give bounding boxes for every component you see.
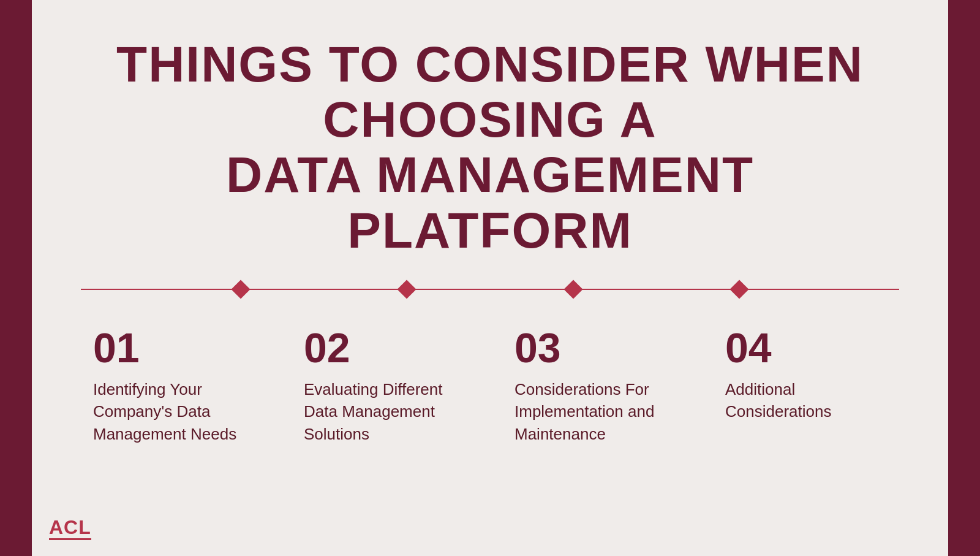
divider-line-3	[413, 289, 567, 290]
card-text-1: Identifying Your Company's Data Manageme…	[93, 378, 255, 445]
diamond-1	[232, 280, 251, 299]
sidebar-right	[948, 0, 980, 556]
diamond-3	[564, 280, 582, 299]
card-number-2: 02	[304, 327, 466, 368]
divider-row	[32, 283, 948, 296]
card-4: 04Additional Considerations	[701, 308, 911, 556]
title-section: THINGS TO CONSIDER WHEN CHOOSING A DATA …	[32, 0, 948, 283]
divider-line-4	[579, 289, 733, 290]
card-text-3: Considerations For Implementation and Ma…	[514, 378, 676, 445]
main-title: THINGS TO CONSIDER WHEN CHOOSING A DATA …	[81, 37, 899, 258]
card-number-1: 01	[93, 327, 255, 368]
diamond-4	[729, 280, 748, 299]
card-number-3: 03	[514, 327, 676, 368]
card-text-4: Additional Considerations	[725, 378, 887, 423]
main-content: THINGS TO CONSIDER WHEN CHOOSING A DATA …	[32, 0, 948, 556]
divider-line-5	[745, 289, 899, 290]
logo-text: ACL	[49, 516, 91, 539]
card-text-2: Evaluating Different Data Management Sol…	[304, 378, 466, 445]
card-1: 01Identifying Your Company's Data Manage…	[69, 308, 279, 556]
sidebar-left	[0, 0, 32, 556]
card-3: 03Considerations For Implementation and …	[490, 308, 701, 556]
divider-line-2	[247, 289, 401, 290]
cards-section: 01Identifying Your Company's Data Manage…	[32, 308, 948, 556]
logo-section: ACL	[49, 516, 91, 539]
diamond-2	[398, 280, 417, 299]
card-number-4: 04	[725, 327, 887, 368]
card-2: 02Evaluating Different Data Management S…	[279, 308, 490, 556]
divider-line-1	[81, 289, 235, 290]
